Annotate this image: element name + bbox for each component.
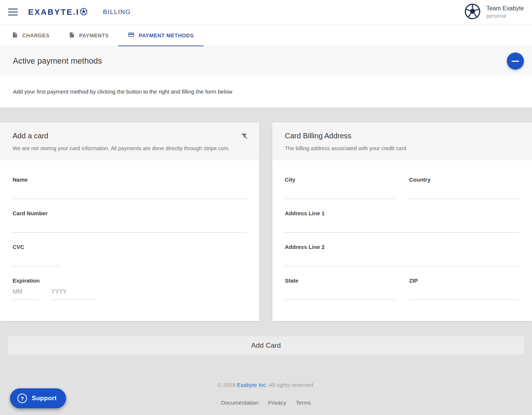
field-state: State	[285, 277, 395, 300]
cvc-input[interactable]	[13, 250, 59, 266]
state-zip-row: State ZIP	[285, 277, 519, 311]
billing-address-title: Card Billing Address	[285, 132, 519, 140]
zip-label: ZIP	[409, 277, 520, 284]
support-label: Support	[32, 395, 57, 402]
address2-label: Address Line 2	[285, 244, 519, 250]
tab-payments[interactable]: PAYMENTS	[59, 24, 118, 46]
billing-address-subtitle: The billing address associated with your…	[285, 145, 519, 151]
empty-state-hint: Add your first payment method by clickin…	[0, 75, 532, 107]
expiration-inputs	[13, 284, 247, 300]
city-country-row: City Country	[285, 176, 519, 210]
tab-charges[interactable]: CHARGES	[2, 24, 59, 46]
help-icon: ?	[17, 394, 27, 403]
document-icon	[12, 32, 18, 39]
expiration-year-input[interactable]	[51, 284, 97, 300]
card-number-label: Card Number	[13, 210, 247, 216]
field-city: City	[285, 176, 395, 199]
section-title: Active payment methods	[13, 56, 102, 66]
copyright-suffix: . All rights reserved.	[266, 382, 315, 388]
field-name: Name	[13, 176, 247, 199]
terms-link[interactable]: Terms	[296, 399, 311, 406]
soccer-ball-avatar-icon	[464, 3, 481, 21]
address1-label: Address Line 1	[285, 210, 519, 216]
country-label: Country	[409, 176, 520, 183]
content-area: Add a card We are not storing your card …	[0, 107, 532, 415]
support-button[interactable]: ? Support	[10, 388, 66, 408]
brand-text: EXABYTE.I	[28, 7, 79, 17]
brand-logo[interactable]: EXABYTE.I	[28, 7, 88, 17]
add-card-body: Name Card Number CVC Expiration	[0, 160, 259, 324]
country-input[interactable]	[409, 183, 520, 199]
add-card-title: Add a card	[13, 132, 247, 140]
avatar	[464, 4, 481, 21]
minus-icon	[512, 61, 519, 62]
footer-links: Documentation Privacy Terms	[0, 399, 532, 406]
billing-tabs: CHARGES PAYMENTS PAYMENT METHODS	[0, 24, 532, 47]
add-card-header: Add a card We are not storing your card …	[0, 122, 259, 160]
team-name: Team Exabyte	[487, 5, 524, 12]
forms-row: Add a card We are not storing your card …	[0, 122, 532, 321]
city-label: City	[285, 176, 395, 183]
field-address1: Address Line 1	[285, 210, 519, 233]
expiration-month-input[interactable]	[13, 284, 39, 300]
name-input[interactable]	[13, 183, 247, 199]
field-address2: Address Line 2	[285, 244, 519, 266]
active-methods-header: Active payment methods	[0, 47, 532, 75]
billing-address-body: City Country Address Line 1 Address Line…	[272, 160, 532, 324]
cvc-label: CVC	[13, 244, 247, 250]
copyright-prefix: © 2018	[218, 382, 237, 388]
state-input[interactable]	[285, 284, 395, 300]
page-title: BILLING	[103, 9, 131, 16]
add-card-subtitle: We are not storing your card information…	[13, 145, 247, 151]
team-switcher[interactable]: Team Exabyte personal	[464, 4, 524, 21]
copyright: © 2018 Exabyte Inc. All rights reserved.	[0, 382, 532, 388]
field-zip: ZIP	[409, 277, 520, 300]
page-footer: © 2018 Exabyte Inc. All rights reserved.…	[0, 382, 532, 406]
credit-card-icon	[128, 31, 134, 39]
expiration-label: Expiration	[13, 277, 247, 284]
menu-button[interactable]	[8, 7, 19, 17]
top-bar: EXABYTE.I BILLING Team Exabyte personal	[0, 0, 532, 24]
hamburger-icon	[8, 9, 18, 10]
state-label: State	[285, 277, 395, 284]
add-card-button[interactable]: Add Card	[7, 336, 525, 355]
address2-input[interactable]	[285, 250, 519, 266]
field-expiration: Expiration	[13, 277, 247, 300]
field-cvc: CVC	[13, 244, 247, 266]
hint-text: Add your first payment method by clickin…	[13, 88, 232, 95]
name-label: Name	[13, 176, 247, 183]
city-input[interactable]	[285, 183, 395, 199]
documentation-link[interactable]: Documentation	[221, 399, 259, 406]
field-card-number: Card Number	[13, 210, 247, 233]
billing-address-panel: Card Billing Address The billing address…	[272, 122, 532, 321]
tab-payment-methods[interactable]: PAYMENT METHODS	[118, 24, 203, 46]
address1-input[interactable]	[285, 216, 519, 233]
card-number-input[interactable]	[13, 216, 247, 233]
soccer-ball-icon	[79, 7, 88, 17]
billing-address-header: Card Billing Address The billing address…	[272, 122, 532, 160]
document-icon	[69, 32, 75, 39]
team-type: personal	[487, 13, 524, 19]
tab-label: PAYMENT METHODS	[139, 33, 194, 38]
filter-off-icon	[241, 135, 248, 141]
add-card-panel: Add a card We are not storing your card …	[0, 122, 259, 321]
zip-input[interactable]	[409, 284, 520, 300]
field-country: Country	[409, 176, 520, 199]
team-meta: Team Exabyte personal	[487, 5, 524, 19]
tab-label: PAYMENTS	[79, 33, 109, 38]
collapse-add-form-button[interactable]	[507, 53, 524, 70]
clear-form-button[interactable]	[240, 131, 249, 142]
privacy-link[interactable]: Privacy	[268, 399, 286, 406]
company-link[interactable]: Exabyte Inc	[237, 382, 266, 388]
tab-label: CHARGES	[22, 33, 50, 38]
